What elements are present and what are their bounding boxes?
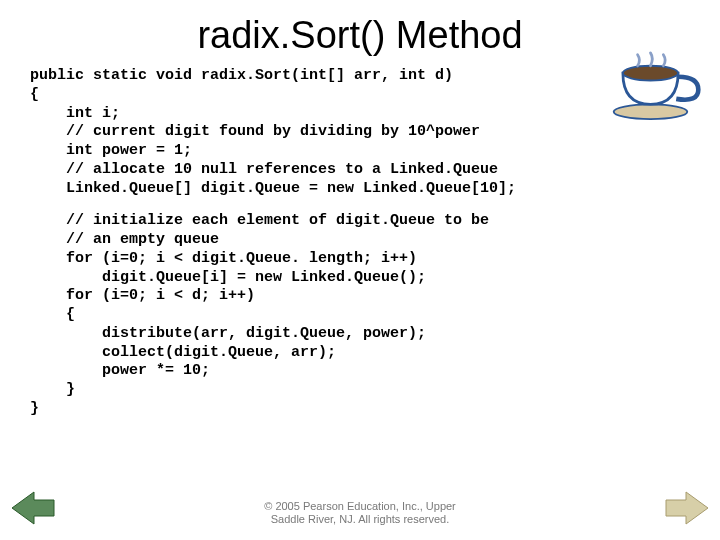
svg-point-0 <box>614 104 688 119</box>
code-block-2: // initialize each element of digit.Queu… <box>0 212 720 418</box>
footer-line-2: Saddle River, NJ. All rights reserved. <box>0 513 720 526</box>
footer-line-1: © 2005 Pearson Education, Inc., Upper <box>0 500 720 513</box>
footer-copyright: © 2005 Pearson Education, Inc., Upper Sa… <box>0 500 720 526</box>
teacup-icon <box>610 48 702 124</box>
svg-point-1 <box>623 66 678 81</box>
